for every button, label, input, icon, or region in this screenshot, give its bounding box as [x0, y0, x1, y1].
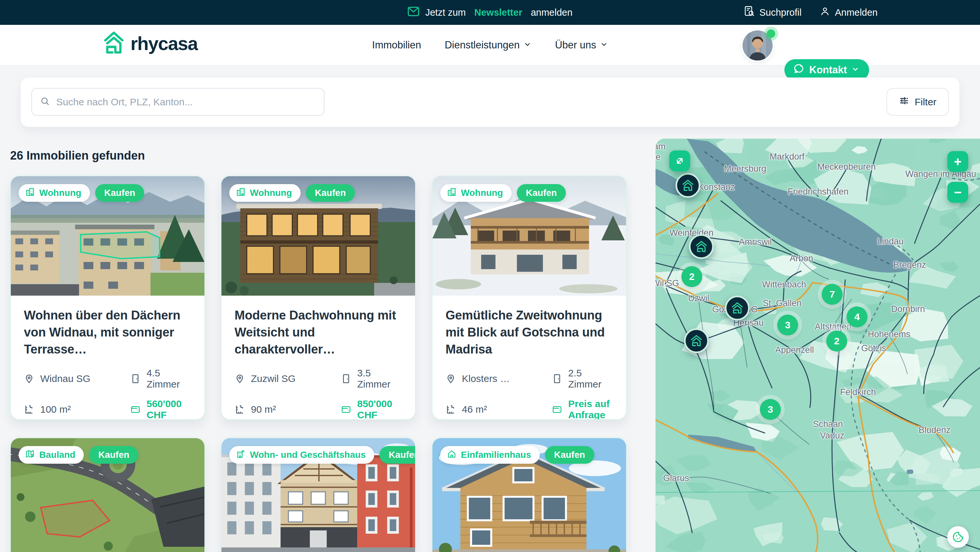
property-rooms: 3.5 Zimmer	[341, 367, 402, 390]
property-card[interactable]: Einfamilienhaus Kaufen	[432, 437, 627, 552]
land-map-icon	[25, 449, 35, 461]
property-title: Gemütliche Zweitwohnung mit Blick auf Go…	[445, 307, 613, 358]
map-overlays: ameMeersburgMarkdorfMeckenbeurenWangen i…	[655, 138, 980, 552]
map-town-label: Götzis	[861, 344, 886, 353]
property-location: Widnau SG	[24, 367, 130, 390]
property-card[interactable]: Wohnung Kaufen Moderne Dachwohnung mit W…	[221, 176, 416, 420]
search-input[interactable]	[56, 97, 316, 108]
property-photo: Einfamilienhaus Kaufen	[433, 438, 626, 552]
map-town-label: Schaan	[813, 419, 843, 430]
map-cluster-marker[interactable]: 3	[760, 399, 781, 420]
map-property-marker[interactable]	[725, 296, 750, 320]
search-box[interactable]	[32, 88, 325, 116]
logo-house-icon	[102, 30, 126, 57]
chevron-down-icon	[600, 39, 608, 51]
map-town-label: Altstätten	[815, 322, 852, 332]
suchprofil-button[interactable]: Suchprofil	[744, 6, 802, 19]
site-header: rhycasa Immobilien Dienstleistungen Über…	[0, 25, 980, 65]
chevron-down-icon	[524, 39, 531, 51]
building-icon	[236, 187, 246, 199]
main-nav: Immobilien Dienstleistungen Über uns	[372, 25, 608, 65]
property-photo: Wohn- und Geschäftshaus Kaufen	[221, 438, 415, 552]
chat-icon	[794, 63, 805, 77]
map-town-label: Feldkirch	[840, 387, 876, 397]
map-town-label: Markdorf	[770, 152, 805, 162]
map-property-marker[interactable]	[689, 234, 714, 259]
map-town-label: Hohenems	[868, 329, 911, 339]
property-title: Moderne Dachwohnung mit Weitsicht und ch…	[234, 307, 402, 358]
newsletter-link[interactable]: Jetzt zum Newsletter anmelden	[407, 0, 573, 25]
map-property-marker[interactable]	[684, 328, 709, 353]
filter-sliders-icon	[899, 95, 909, 108]
newsletter-text-suffix: anmelden	[531, 7, 573, 18]
sale-badge: Kaufen	[95, 184, 145, 202]
nav-dienstleistungen[interactable]: Dienstleistungen	[444, 39, 531, 51]
map[interactable]: ameMeersburgMarkdorfMeckenbeurenWangen i…	[655, 138, 980, 552]
map-expand-button[interactable]	[669, 150, 690, 171]
user-icon	[820, 6, 830, 19]
brand-name: rhycasa	[130, 33, 197, 54]
house-icon	[447, 449, 457, 461]
property-type-badge: Wohnung	[19, 184, 90, 202]
map-town-label: St. Gallen	[763, 298, 802, 309]
map-cluster-marker[interactable]: 2	[681, 266, 702, 287]
property-area: 100 m²	[24, 398, 130, 420]
nav-immobilien[interactable]: Immobilien	[372, 39, 421, 51]
newsletter-text-prefix: Jetzt zum	[425, 7, 466, 18]
map-town-label: e	[655, 152, 660, 162]
map-zoom-in-button[interactable]: +	[947, 151, 968, 172]
property-type-badge: Wohn- und Geschäftshaus	[229, 446, 374, 464]
property-price: 850'000 CHF	[341, 398, 402, 420]
map-town-label: Bludenz	[918, 425, 951, 435]
property-type-badge: Einfamilienhaus	[440, 446, 540, 464]
property-price: 560'000 CHF	[130, 398, 191, 420]
nav-ueber-uns[interactable]: Über uns	[555, 39, 608, 51]
map-cluster-marker[interactable]: 4	[846, 306, 867, 327]
search-icon	[40, 96, 50, 108]
property-type-badge: Wohnung	[440, 184, 512, 202]
sale-badge: Kaufen	[89, 446, 138, 464]
online-status-dot	[767, 29, 775, 38]
map-town-label: Lindau	[877, 236, 904, 247]
property-photo: Wohnung Kaufen	[221, 176, 415, 296]
page: Jetzt zum Newsletter anmelden Suchprofil…	[0, 0, 980, 552]
map-town-label: Meckenbeuren	[818, 162, 876, 172]
filter-button[interactable]: Filter	[886, 88, 949, 116]
map-town-label: Wittenbach	[762, 280, 806, 290]
map-zoom-out-button[interactable]: −	[947, 182, 968, 203]
property-type-badge: Wohnung	[229, 184, 301, 202]
top-announcement-bar: Jetzt zum Newsletter anmelden Suchprofil…	[0, 0, 980, 25]
property-area: 46 m²	[445, 398, 552, 420]
map-property-marker[interactable]	[676, 173, 700, 198]
property-location: Zuzwil SG	[234, 367, 341, 390]
property-rooms: 2.5 Zimmer	[552, 367, 613, 390]
property-card[interactable]: Wohn- und Geschäftshaus Kaufen	[221, 437, 416, 552]
results-count-heading: 26 Immobilien gefunden	[10, 149, 145, 162]
logo[interactable]: rhycasa	[102, 30, 197, 57]
property-title: Wohnen über den Dächern von Widnau, mit …	[24, 307, 191, 358]
property-type-badge: Bauland	[19, 446, 84, 464]
map-town-label: Bregenz	[893, 260, 926, 270]
anmelden-button[interactable]: Anmelden	[820, 6, 878, 19]
search-profile-icon	[744, 6, 755, 19]
property-card[interactable]: Wohnung Kaufen Gemütliche Zweitwohnung m…	[432, 176, 627, 420]
sale-badge: Kaufen	[545, 446, 594, 464]
map-town-label: Wil SG	[655, 278, 679, 288]
property-card[interactable]: Bauland Kaufen	[10, 437, 205, 552]
envelope-icon	[407, 6, 419, 19]
map-town-label: Dornbirn	[891, 304, 925, 314]
property-rooms: 4.5 Zimmer	[130, 367, 191, 390]
newsletter-text-highlight: Newsletter	[474, 7, 522, 18]
property-location: Klosters …	[445, 367, 552, 390]
building-icon	[447, 187, 457, 199]
chevron-down-icon	[851, 64, 859, 76]
commercial-building-icon	[236, 449, 246, 461]
property-card[interactable]: Wohnung Kaufen Wohnen über den Dächern v…	[10, 176, 205, 420]
cookie-settings-button[interactable]	[947, 526, 969, 548]
property-photo: Bauland Kaufen	[11, 438, 204, 552]
property-price: Preis auf Anfrage	[552, 398, 613, 420]
map-cluster-marker[interactable]: 2	[826, 331, 847, 352]
map-town-label: Meersburg	[724, 164, 766, 174]
map-cluster-marker[interactable]: 7	[822, 284, 843, 305]
map-cluster-marker[interactable]: 3	[777, 315, 798, 336]
